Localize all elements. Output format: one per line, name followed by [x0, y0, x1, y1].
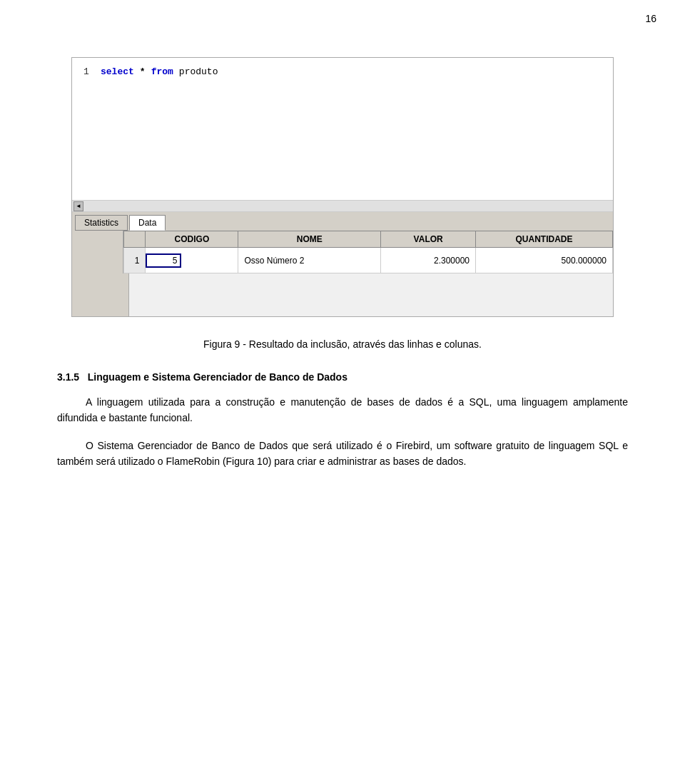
figure-caption: Figura 9 - Resultado da inclusão, atravé…: [57, 338, 628, 350]
sql-from-keyword: from: [151, 66, 173, 77]
empty-rows-area: [72, 273, 613, 316]
data-table-wrapper: CODIGO NOME VALOR QUANTIDADE 1 Osso: [72, 231, 613, 316]
scroll-left-arrow[interactable]: ◄: [73, 201, 83, 211]
codigo-input[interactable]: [146, 253, 181, 268]
section-number: 3.1.5: [57, 371, 79, 383]
section-heading: 3.1.5 Linguagem e Sistema Gerenciador de…: [57, 371, 628, 383]
col-header-empty: [124, 231, 146, 248]
sql-table-name: produto: [179, 66, 218, 77]
row-number-cell: 1: [124, 248, 146, 273]
col-header-quantidade: QUANTIDADE: [476, 231, 613, 248]
quantidade-cell: 500.000000: [476, 248, 613, 273]
col-header-valor: VALOR: [381, 231, 476, 248]
data-table: CODIGO NOME VALOR QUANTIDADE 1 Osso: [123, 231, 613, 273]
col-header-nome: NOME: [238, 231, 381, 248]
table-row: 1 Osso Número 2 2.300000 500.000000: [124, 248, 613, 273]
col-header-codigo: CODIGO: [146, 231, 238, 248]
section-title: Linguagem e Sistema Gerenciador de Banco…: [88, 371, 347, 383]
paragraph-2: O Sistema Gerenciador de Banco de Dados …: [57, 438, 628, 470]
sql-line: 1 select * from produto: [83, 66, 602, 77]
row-header-sidebar: [72, 231, 123, 273]
empty-table-area: [129, 273, 613, 316]
sql-editor: 1 select * from produto: [72, 58, 613, 201]
horizontal-scrollbar[interactable]: ◄: [72, 201, 613, 212]
tabs-bar: Statistics Data: [72, 212, 613, 231]
nome-cell: Osso Número 2: [238, 248, 381, 273]
paragraph-1: A linguagem utilizada para a construção …: [57, 394, 628, 426]
tab-data[interactable]: Data: [129, 215, 166, 231]
empty-sidebar: [72, 273, 129, 316]
screenshot-container: 1 select * from produto ◄ Statistics Dat…: [71, 57, 614, 317]
sql-star-operator: *: [140, 66, 146, 77]
table-with-sidebar: CODIGO NOME VALOR QUANTIDADE 1 Osso: [72, 231, 613, 273]
valor-cell: 2.300000: [381, 248, 476, 273]
table-header-row: CODIGO NOME VALOR QUANTIDADE: [124, 231, 613, 248]
codigo-cell[interactable]: [146, 248, 238, 273]
sql-select-keyword: select: [101, 66, 134, 77]
page-number: 16: [645, 13, 656, 24]
line-number: 1: [83, 66, 95, 77]
tab-statistics[interactable]: Statistics: [75, 215, 128, 231]
